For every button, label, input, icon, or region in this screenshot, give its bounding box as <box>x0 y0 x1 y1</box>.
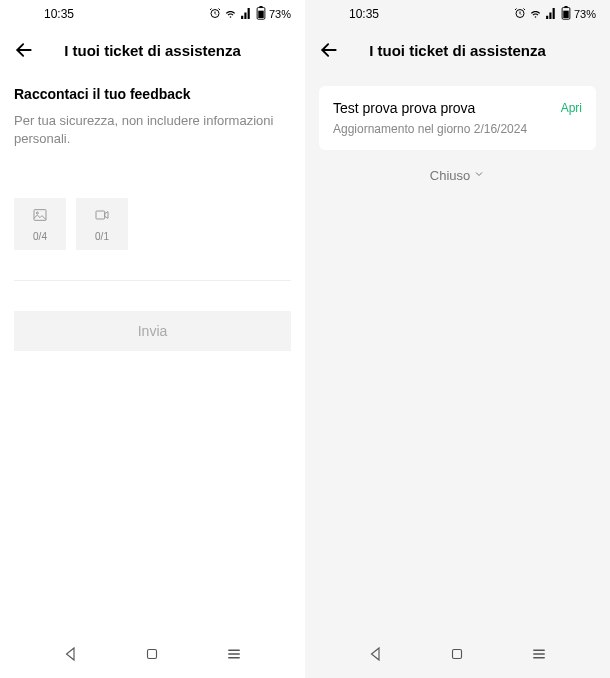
ticket-title: Test prova prova prova <box>333 100 475 116</box>
svg-rect-9 <box>148 650 157 659</box>
nav-home-icon[interactable] <box>143 645 161 667</box>
upload-video-button[interactable]: 0/1 <box>76 198 128 250</box>
nav-recent-icon[interactable] <box>225 645 243 667</box>
phone-right: 10:35 73% I tuoi ticket di assistenza <box>305 0 610 678</box>
battery-icon <box>561 6 571 22</box>
nav-home-icon[interactable] <box>448 645 466 667</box>
phone-left: 10:35 73% I tuoi ticket di assistenza Ra… <box>0 0 305 678</box>
feedback-title: Raccontaci il tuo feedback <box>14 86 291 102</box>
feedback-helper: Per tua sicurezza, non includere informa… <box>14 112 291 148</box>
closed-label: Chiuso <box>430 168 470 183</box>
svg-marker-8 <box>66 648 74 660</box>
svg-rect-7 <box>96 211 105 219</box>
alarm-icon <box>514 7 526 21</box>
content-area: Test prova prova prova Apri Aggiornament… <box>305 72 610 634</box>
alarm-icon <box>209 7 221 21</box>
status-time: 10:35 <box>319 7 379 21</box>
nav-back-icon[interactable] <box>367 645 385 667</box>
nav-back-icon[interactable] <box>62 645 80 667</box>
system-nav <box>305 634 610 678</box>
app-header: I tuoi ticket di assistenza <box>305 28 610 72</box>
battery-percent: 73% <box>574 8 596 20</box>
svg-marker-18 <box>371 648 379 660</box>
upload-row: 0/4 0/1 <box>14 198 291 250</box>
svg-rect-5 <box>34 210 46 221</box>
status-time: 10:35 <box>14 7 74 21</box>
back-button[interactable] <box>317 38 341 62</box>
image-icon <box>30 207 50 227</box>
battery-icon <box>256 6 266 22</box>
battery-percent: 73% <box>269 8 291 20</box>
nav-recent-icon[interactable] <box>530 645 548 667</box>
svg-rect-2 <box>259 6 262 8</box>
back-button[interactable] <box>12 38 36 62</box>
video-count: 0/1 <box>95 231 109 242</box>
submit-button[interactable]: Invia <box>14 311 291 351</box>
app-header: I tuoi ticket di assistenza <box>0 28 305 72</box>
ticket-status-badge: Apri <box>561 101 582 115</box>
divider <box>14 280 291 281</box>
svg-point-6 <box>36 212 38 214</box>
signal-icon <box>240 7 253 22</box>
chevron-down-icon <box>473 168 485 183</box>
page-title: I tuoi ticket di assistenza <box>341 42 574 59</box>
wifi-icon <box>224 7 237 22</box>
video-icon <box>92 207 112 227</box>
svg-rect-16 <box>563 11 568 18</box>
svg-rect-15 <box>564 6 567 8</box>
ticket-update-text: Aggiornamento nel giorno 2/16/2024 <box>333 122 582 136</box>
status-indicators: 73% <box>514 6 596 22</box>
signal-icon <box>545 7 558 22</box>
image-count: 0/4 <box>33 231 47 242</box>
status-bar: 10:35 73% <box>0 0 305 28</box>
upload-image-button[interactable]: 0/4 <box>14 198 66 250</box>
closed-toggle[interactable]: Chiuso <box>319 168 596 183</box>
svg-rect-3 <box>258 11 263 18</box>
status-indicators: 73% <box>209 6 291 22</box>
ticket-header: Test prova prova prova Apri <box>333 100 582 116</box>
svg-rect-19 <box>453 650 462 659</box>
system-nav <box>0 634 305 678</box>
page-title: I tuoi ticket di assistenza <box>36 42 269 59</box>
status-bar: 10:35 73% <box>305 0 610 28</box>
wifi-icon <box>529 7 542 22</box>
ticket-card[interactable]: Test prova prova prova Apri Aggiornament… <box>319 86 596 150</box>
content-area: Raccontaci il tuo feedback Per tua sicur… <box>0 72 305 634</box>
